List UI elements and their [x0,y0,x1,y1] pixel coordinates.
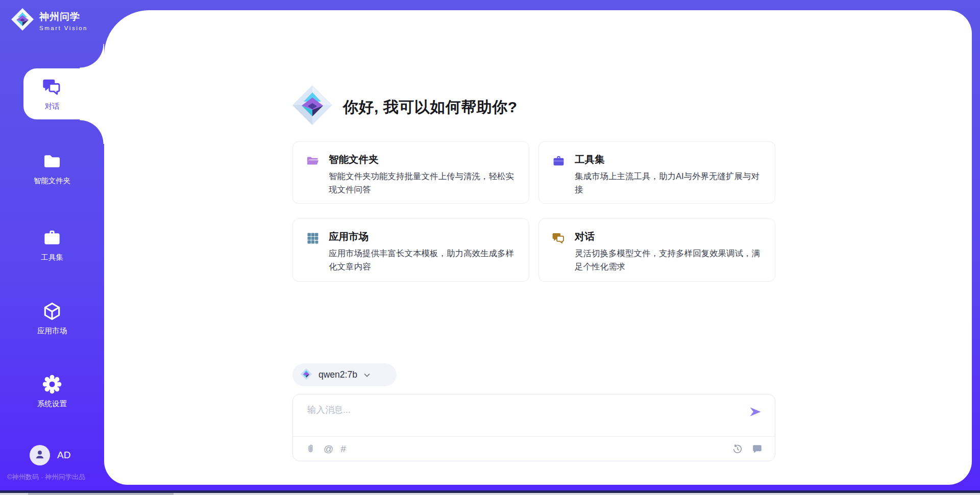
tab-fillet-top [80,44,104,68]
app-title: 神州问学 [39,10,88,23]
sidebar-item-settings[interactable]: 系统设置 [0,374,104,409]
greeting-title: 你好, 我可以如何帮助你? [343,97,518,118]
app-subtitle: Smart Vision [39,25,88,31]
person-icon [33,448,46,463]
chat-icon [552,231,566,245]
cube-icon [42,301,62,321]
briefcase-icon [552,154,566,168]
copyright-text: ©神州数码 · 神州问学出品 [7,473,85,482]
hashtag-icon[interactable]: # [340,443,346,455]
message-input[interactable] [306,403,737,433]
chevron-down-icon [362,370,372,380]
sidebar-item-label: 应用市场 [0,326,104,336]
message-composer: @ # [292,394,775,461]
gear-icon [42,374,62,394]
model-diamond-icon [300,367,313,383]
card-title: 应用市场 [329,230,369,243]
folder-open-icon [306,154,320,168]
sidebar-item-app-market[interactable]: 应用市场 [0,301,104,336]
card-title: 对话 [575,230,595,243]
feature-card-toolset[interactable]: 工具集 集成市场上主流工具，助力AI与外界无缝扩展与对接 [538,141,775,204]
sidebar-item-label: 工具集 [0,253,104,262]
card-description: 智能文件夹功能支持批量文件上传与清洗，轻松实现文件问答 [329,170,521,196]
scrollbar-thumb[interactable] [28,493,174,495]
folder-icon [42,151,62,171]
feature-card-chat[interactable]: 对话 灵活切换多模型文件，支持多样回复效果调试，满足个性化需求 [538,218,775,282]
user-avatar[interactable] [30,445,50,465]
card-description: 应用市场提供丰富长文本模板，助力高效生成多样化文章内容 [329,247,521,273]
card-description: 集成市场上主流工具，助力AI与外界无缝扩展与对接 [575,170,767,196]
brand-diamond-icon [10,7,35,34]
sidebar-item-chat[interactable]: 对话 [0,77,104,111]
sidebar-item-label: 智能文件夹 [0,176,104,186]
model-name: qwen2:7b [318,369,357,380]
grid-icon [306,231,320,245]
feature-card-smart-folder[interactable]: 智能文件夹 智能文件夹功能支持批量文件上传与清洗，轻松实现文件问答 [292,141,529,204]
horizontal-scrollbar[interactable] [0,493,980,495]
app-window: 神州问学 Smart Vision 对话 智能文件夹 工具集 [0,0,980,495]
tab-fillet-bottom [80,119,104,144]
mention-icon[interactable]: @ [324,443,333,455]
history-icon[interactable] [732,443,743,455]
card-title: 工具集 [575,153,605,166]
card-description: 灵活切换多模型文件，支持多样回复效果调试，满足个性化需求 [575,247,767,273]
sidebar-item-smart-folder[interactable]: 智能文件夹 [0,151,104,186]
app-logo: 神州问学 Smart Vision [10,7,88,34]
hero-diamond-icon [291,84,334,129]
feature-card-app-market[interactable]: 应用市场 应用市场提供丰富长文本模板，助力高效生成多样化文章内容 [292,218,529,282]
composer-divider [293,436,775,437]
sidebar-item-label: 系统设置 [0,399,104,409]
sidebar-item-toolset[interactable]: 工具集 [0,228,104,262]
chat-square-icon[interactable] [751,443,763,455]
sidebar-item-label: 对话 [0,102,104,111]
model-selector[interactable]: qwen2:7b [292,363,397,386]
attachment-icon[interactable] [305,443,316,455]
user-initials: AD [57,450,70,461]
card-title: 智能文件夹 [329,153,379,166]
briefcase-icon [42,228,62,248]
send-icon[interactable] [748,405,763,419]
chat-icon [42,77,62,97]
